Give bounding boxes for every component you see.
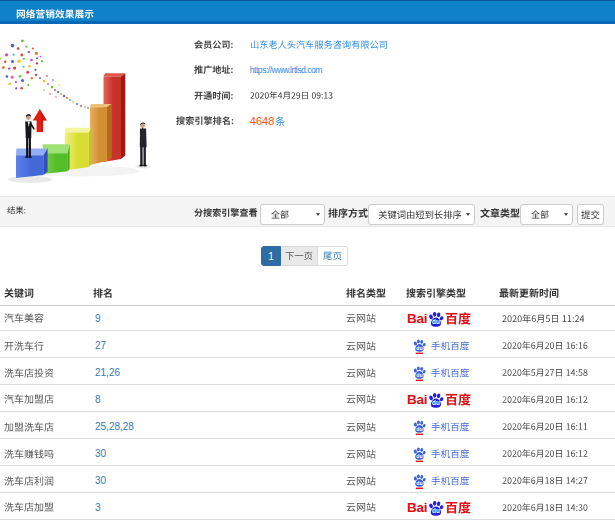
svg-text:du: du	[432, 319, 440, 326]
svg-text:du: du	[416, 372, 422, 378]
svg-text:du: du	[432, 400, 440, 407]
svg-text:du: du	[432, 508, 440, 515]
svg-text:du: du	[416, 453, 422, 459]
svg-text:du: du	[416, 345, 422, 351]
svg-text:du: du	[416, 426, 422, 432]
svg-text:du: du	[416, 480, 422, 486]
